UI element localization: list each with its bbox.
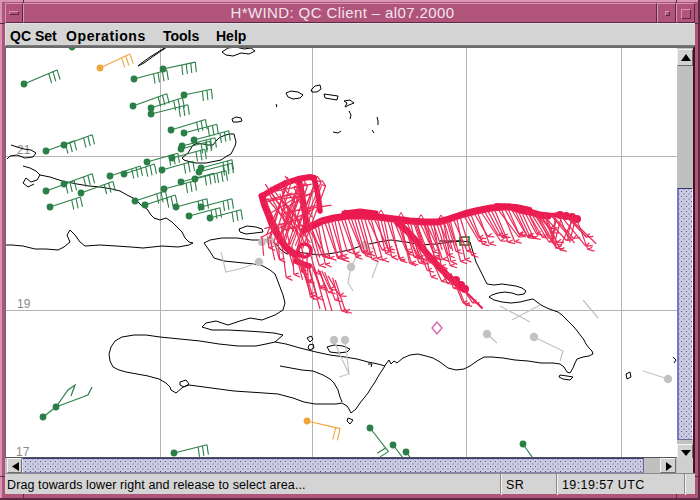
svg-text:19: 19 — [17, 297, 31, 311]
